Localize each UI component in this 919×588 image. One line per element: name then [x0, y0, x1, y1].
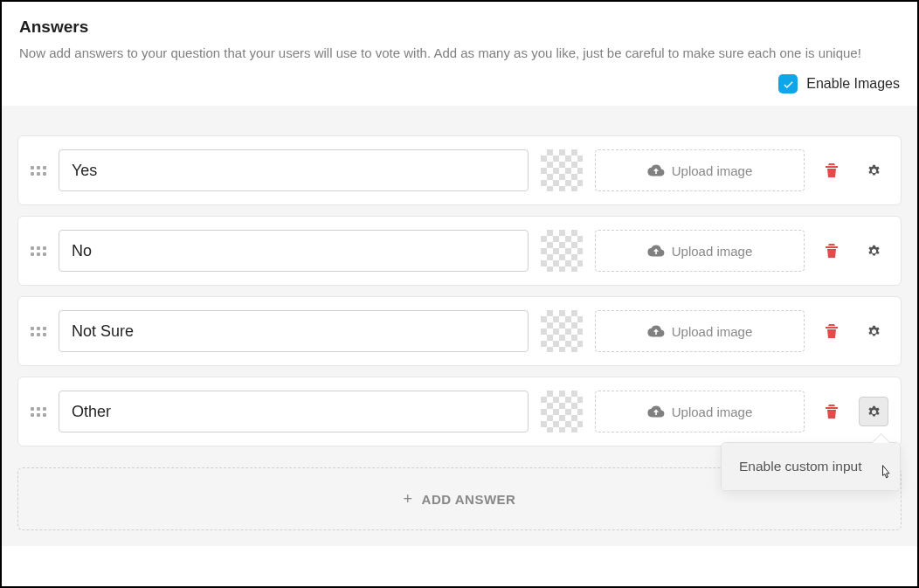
image-preview[interactable]: [541, 310, 583, 352]
answer-input[interactable]: [59, 310, 529, 352]
answer-input[interactable]: [59, 391, 529, 432]
answer-row: Upload image: [17, 296, 902, 366]
gear-icon: [867, 163, 881, 178]
trash-icon: [825, 163, 839, 178]
answer-settings-button[interactable]: [859, 236, 888, 266]
pointer-cursor-icon: [877, 464, 893, 481]
trash-icon: [825, 404, 839, 419]
popover-item-label: Enable custom input: [739, 459, 861, 474]
delete-answer-button[interactable]: [817, 156, 846, 185]
trash-icon: [825, 243, 839, 259]
page-subtitle: Now add answers to your question that yo…: [19, 44, 900, 62]
answer-settings-button[interactable]: [859, 156, 888, 185]
add-answer-label: ADD ANSWER: [422, 492, 516, 507]
upload-image-button[interactable]: Upload image: [595, 149, 805, 191]
upload-label: Upload image: [672, 324, 753, 339]
drag-handle-icon[interactable]: [31, 166, 46, 176]
check-icon: [783, 79, 794, 90]
answer-row: Upload image: [17, 135, 902, 205]
gear-icon: [867, 405, 881, 419]
answer-input[interactable]: [59, 149, 529, 191]
upload-label: Upload image: [672, 244, 753, 259]
gear-icon: [867, 324, 881, 339]
image-preview[interactable]: [541, 230, 583, 272]
enable-images-checkbox[interactable]: [778, 74, 798, 93]
image-preview[interactable]: [541, 391, 583, 432]
cloud-upload-icon: [647, 405, 665, 419]
enable-images-label: Enable Images: [806, 76, 900, 92]
answer-row: Upload image Enable custom input: [17, 377, 902, 446]
answer-input[interactable]: [59, 230, 529, 272]
drag-handle-icon[interactable]: [31, 246, 46, 256]
upload-image-button[interactable]: Upload image: [595, 310, 805, 352]
answer-settings-button[interactable]: [859, 316, 888, 346]
cloud-upload-icon: [647, 163, 665, 177]
page-title: Answers: [19, 17, 900, 37]
image-preview[interactable]: [541, 149, 583, 191]
gear-icon: [867, 244, 881, 259]
trash-icon: [825, 323, 839, 339]
plus-icon: +: [404, 490, 413, 508]
cloud-upload-icon: [647, 324, 665, 338]
header: Answers Now add answers to your question…: [2, 2, 917, 69]
delete-answer-button[interactable]: [817, 236, 846, 266]
answer-row: Upload image: [17, 216, 902, 286]
delete-answer-button[interactable]: [817, 316, 846, 346]
answer-settings-button[interactable]: [859, 397, 888, 426]
upload-label: Upload image: [672, 163, 753, 178]
upload-label: Upload image: [672, 405, 753, 419]
upload-image-button[interactable]: Upload image: [595, 391, 805, 432]
enable-images-row: Enable Images: [2, 69, 917, 106]
drag-handle-icon[interactable]: [31, 407, 46, 417]
answers-list: Upload image Upload image: [2, 106, 917, 546]
cloud-upload-icon: [647, 244, 665, 258]
settings-popover: Enable custom input: [721, 442, 901, 491]
upload-image-button[interactable]: Upload image: [595, 230, 805, 272]
delete-answer-button[interactable]: [817, 397, 846, 426]
drag-handle-icon[interactable]: [31, 327, 46, 336]
enable-custom-input-option[interactable]: Enable custom input: [722, 443, 900, 490]
